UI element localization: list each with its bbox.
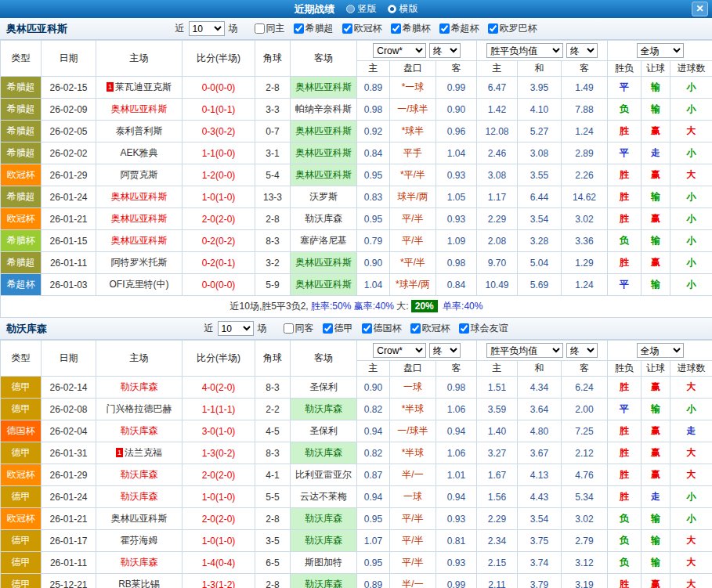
europe-draw-odds-cell: 3.54 — [518, 208, 562, 230]
europe-home-odds-cell: 1.67 — [477, 464, 518, 486]
filter-checkbox-德国杯[interactable]: 德国杯 — [362, 322, 402, 335]
result-cell: 胜 — [608, 442, 642, 464]
handicap-result-cell: 输 — [642, 552, 670, 574]
checkbox-input[interactable] — [362, 323, 372, 334]
score-cell: 4-0(2-0) — [183, 377, 255, 399]
europe-state-select[interactable]: 终 — [566, 43, 598, 58]
away-team-cell: 勒沃库森 — [291, 508, 357, 530]
company-state-select[interactable]: 终 — [429, 43, 461, 58]
league-badge: 德甲 — [1, 552, 42, 574]
europe-home-odds-cell: 3.08 — [477, 164, 518, 186]
europe-state-select[interactable]: 终 — [566, 343, 598, 358]
handicap-cell: 一/球半 — [390, 99, 436, 121]
result-cell: 平 — [608, 274, 642, 296]
league-badge: 希腊超 — [1, 121, 42, 142]
summary-part: 赢率:40% — [351, 301, 394, 312]
date-cell: 26-02-14 — [42, 377, 96, 399]
scope-select[interactable]: 全场 — [637, 43, 684, 58]
filter-checkbox-同主[interactable]: 同主 — [255, 22, 285, 35]
checkbox-input[interactable] — [439, 23, 450, 34]
checkbox-input[interactable] — [410, 323, 421, 334]
goals-cell: 大 — [670, 464, 712, 486]
home-team-label: 勒沃库森 — [121, 469, 158, 480]
europe-home-odds-cell: 1.56 — [477, 486, 518, 508]
checkbox-label: 同客 — [295, 322, 314, 335]
checkbox-input[interactable] — [391, 23, 401, 34]
close-button[interactable]: ✕ — [692, 2, 708, 16]
home-team-label: 奥林匹亚科斯 — [111, 513, 168, 524]
asia-home-odds-cell: 0.89 — [357, 574, 390, 588]
recent-count-select[interactable]: 10 — [218, 321, 254, 336]
checkbox-input[interactable] — [459, 323, 469, 334]
corners-cell: 5-9 — [255, 274, 291, 296]
filter-checkbox-德甲[interactable]: 德甲 — [323, 322, 353, 335]
europe-home-odds-cell: 2.08 — [477, 230, 518, 252]
europe-away-odds-cell: 2.89 — [562, 142, 608, 164]
away-team-cell: 奥林匹亚科斯 — [291, 274, 357, 296]
results-table: 类型 日期 主场 比分(半场) 角球 客场 Crow* 终 — [0, 340, 712, 588]
table-row: 希腊超26-01-24奥林匹亚科斯1-0(1-0)13-3沃罗斯0.83球半/两… — [1, 186, 712, 208]
europe-home-odds-cell: 1.42 — [477, 99, 518, 121]
home-team-cell: 奥林匹亚科斯 — [96, 99, 183, 121]
score-cell: 0-3(0-2) — [183, 121, 255, 142]
home-team-label: 勒沃库森 — [121, 491, 158, 502]
corners-cell: 3-2 — [255, 252, 291, 274]
filter-checkbox-同客[interactable]: 同客 — [284, 322, 314, 335]
home-team-label: 阿贾克斯 — [121, 169, 158, 180]
europe-avg-select[interactable]: 胜平负均值 — [486, 43, 563, 58]
company-select[interactable]: Crow* — [373, 343, 426, 358]
company-select[interactable]: Crow* — [373, 43, 426, 58]
table-row: 德甲25-12-21RB莱比锡1-3(1-2)2-8勒沃库森0.89半/一0.9… — [1, 574, 712, 588]
result-cell: 负 — [608, 508, 642, 530]
col-header-europe-home: 主 — [477, 361, 518, 377]
score-cell: 0-0(0-0) — [183, 77, 255, 99]
checkbox-input[interactable] — [488, 23, 498, 34]
company-state-select[interactable]: 终 — [429, 343, 461, 358]
result-cell: 平 — [608, 77, 642, 99]
filter-checkbox-欧冠杯[interactable]: 欧冠杯 — [410, 322, 450, 335]
recent-prefix-label: 近 — [204, 322, 214, 335]
asia-away-odds-cell: 0.93 — [436, 208, 477, 230]
filter-checkbox-欧罗巴杯[interactable]: 欧罗巴杯 — [488, 22, 537, 35]
home-team-cell: 门兴格拉德巴赫 — [96, 399, 183, 420]
goals-cell: 大 — [670, 164, 712, 186]
layout-radio-vertical[interactable]: 竖版 — [346, 2, 377, 16]
checkbox-input[interactable] — [255, 23, 265, 34]
layout-radio-horizontal[interactable]: 横版 — [388, 2, 418, 16]
europe-avg-select[interactable]: 胜平负均值 — [486, 343, 563, 358]
section-controls: 近 10 场 同客德甲德国杯欧冠杯球会友谊 — [204, 321, 508, 336]
page-title: 近期战绩 — [295, 2, 335, 16]
table-row: 希腊超26-02-05泰利普利斯0-3(0-2)0-7奥林匹亚科斯0.92*球半… — [1, 121, 712, 142]
checkbox-input[interactable] — [342, 23, 352, 34]
checkbox-input[interactable] — [323, 323, 333, 334]
handicap-result-cell: 走 — [642, 142, 670, 164]
home-team-cell: 勒沃库森 — [96, 486, 183, 508]
filter-checkbox-希超杯[interactable]: 希超杯 — [439, 22, 479, 35]
home-team-cell: 奥林匹亚科斯 — [96, 186, 183, 208]
home-team-label: 阿特罗米托斯 — [111, 257, 168, 268]
home-team-cell: 勒沃库森 — [96, 420, 183, 442]
checkbox-label: 同主 — [266, 22, 285, 35]
checkbox-input[interactable] — [294, 23, 304, 34]
handicap-cell: 平/半 — [390, 208, 436, 230]
asia-away-odds-cell: 0.98 — [436, 377, 477, 399]
checkbox-label: 欧冠杯 — [422, 322, 450, 335]
checkbox-label: 德国杯 — [374, 322, 402, 335]
recent-count-select[interactable]: 10 — [189, 21, 225, 36]
scope-select[interactable]: 全场 — [637, 343, 684, 358]
filter-checkbox-希腊杯[interactable]: 希腊杯 — [391, 22, 431, 35]
away-team-cell: 奥林匹亚科斯 — [291, 164, 357, 186]
filter-checkbox-希腊超[interactable]: 希腊超 — [294, 22, 334, 35]
filter-checkbox-欧冠杯[interactable]: 欧冠杯 — [342, 22, 382, 35]
score-cell: 1-0(1-0) — [183, 186, 255, 208]
asia-home-odds-cell: 0.82 — [357, 399, 390, 420]
result-cell: 胜 — [608, 164, 642, 186]
europe-draw-odds-cell: 4.34 — [518, 377, 562, 399]
home-team-label: RB莱比锡 — [118, 579, 160, 588]
score-cell: 1-1(0-0) — [183, 142, 255, 164]
filter-checkbox-球会友谊[interactable]: 球会友谊 — [459, 322, 508, 335]
score-cell: 1-2(0-0) — [183, 164, 255, 186]
home-team-label: 勒沃库森 — [121, 425, 158, 436]
checkbox-input[interactable] — [284, 323, 294, 334]
checkbox-label: 希腊杯 — [403, 22, 431, 35]
